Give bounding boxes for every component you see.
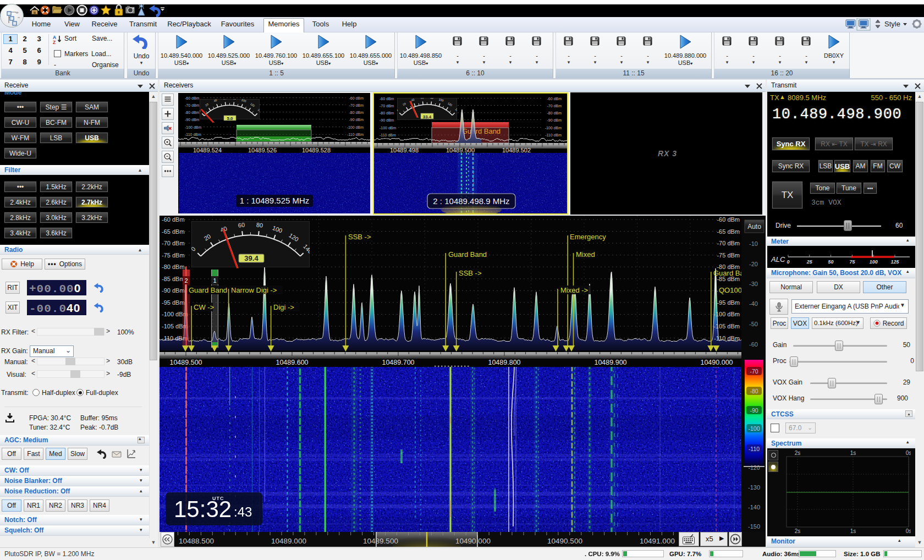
svg-text:60: 60: [238, 221, 245, 228]
svg-text:10489.500: 10489.500: [363, 537, 398, 545]
svg-text:-75 dBm: -75 dBm: [717, 252, 740, 259]
svg-text:25: 25: [806, 259, 813, 265]
svg-text:10490.000: 10490.000: [455, 537, 491, 545]
svg-text:Emergency: Emergency: [570, 233, 606, 241]
svg-text:-65 dBm: -65 dBm: [162, 228, 185, 235]
svg-text:-100 dBm: -100 dBm: [713, 311, 740, 317]
svg-text:0: 0: [787, 259, 789, 265]
svg-text:10489.500: 10489.500: [169, 359, 202, 366]
svg-text:-70: -70: [750, 368, 758, 375]
svg-text:10489.700: 10489.700: [382, 359, 414, 366]
svg-text:-110 dBm: -110 dBm: [347, 133, 364, 136]
svg-text:Guard Band: Guard Band: [189, 286, 227, 294]
svg-text:SSB ->: SSB ->: [348, 233, 371, 241]
svg-text:-60 dBm: -60 dBm: [717, 216, 740, 223]
svg-text:-90 dBm: -90 dBm: [185, 118, 200, 122]
svg-text:-70 dBm: -70 dBm: [349, 103, 364, 107]
svg-text:-90 dBm: -90 dBm: [349, 118, 364, 122]
svg-text:-90 dBm: -90 dBm: [380, 118, 394, 122]
svg-text:1s: 1s: [850, 450, 856, 456]
svg-text:-130: -130: [748, 484, 760, 491]
svg-text:-90: -90: [750, 407, 758, 414]
svg-text:-60 dBm: -60 dBm: [349, 96, 364, 100]
svg-text:-50: -50: [749, 321, 758, 327]
svg-text:10489.000: 10489.000: [271, 537, 306, 545]
svg-text:-110 dBm: -110 dBm: [714, 335, 740, 342]
svg-text:-60 dBm: -60 dBm: [185, 96, 200, 100]
svg-text:0s: 0s: [906, 450, 911, 456]
svg-text:10490.500: 10490.500: [547, 537, 582, 545]
svg-text:-110 dBm: -110 dBm: [185, 133, 201, 136]
svg-text:10488.500: 10488.500: [179, 537, 214, 545]
svg-text:10489.900: 10489.900: [594, 359, 626, 366]
svg-text:-80: -80: [750, 388, 758, 394]
svg-text:SSB ->: SSB ->: [459, 269, 482, 277]
svg-text:-40: -40: [749, 300, 758, 307]
svg-text::43: :43: [234, 504, 252, 519]
svg-text:-100 dBm: -100 dBm: [185, 125, 202, 129]
svg-text:-150: -150: [748, 523, 760, 530]
svg-text:-70 dBm: -70 dBm: [185, 103, 200, 107]
svg-text:-80 dBm: -80 dBm: [349, 111, 364, 114]
svg-text:-60: -60: [749, 341, 758, 348]
svg-text:-100 dBm: -100 dBm: [347, 125, 364, 129]
svg-text:-90 dBm: -90 dBm: [547, 118, 562, 122]
svg-text:-120: -120: [748, 464, 760, 471]
svg-text:75: 75: [849, 259, 855, 265]
svg-text:-60 dBm: -60 dBm: [162, 216, 185, 223]
svg-text:Narrow Digi ->: Narrow Digi ->: [231, 286, 277, 294]
svg-text:-20: -20: [749, 261, 758, 267]
svg-text:-100 dBm: -100 dBm: [380, 126, 397, 130]
svg-text:-60 dBm: -60 dBm: [547, 97, 562, 101]
svg-text:Auto: Auto: [747, 223, 761, 230]
svg-text:-65 dBm: -65 dBm: [717, 228, 740, 235]
svg-text:-70 dBm: -70 dBm: [547, 104, 562, 108]
svg-text:-30: -30: [749, 281, 758, 287]
svg-text:80: 80: [233, 96, 237, 100]
svg-text:2s: 2s: [795, 528, 801, 534]
svg-text:-110 dBm: -110 dBm: [545, 133, 562, 137]
svg-text:Style: Style: [884, 20, 900, 28]
svg-text:80: 80: [430, 96, 434, 100]
svg-text:-80 dBm: -80 dBm: [547, 111, 562, 115]
svg-text:10489.800: 10489.800: [488, 359, 520, 366]
svg-text:2s: 2s: [795, 450, 801, 456]
svg-text:Z: Z: [53, 40, 56, 45]
svg-text:-75 dBm: -75 dBm: [162, 252, 185, 259]
svg-text:1 : 10489.525 MHz: 1 : 10489.525 MHz: [240, 196, 310, 205]
svg-text:33.4: 33.4: [423, 114, 432, 119]
svg-text:QO100 U: QO100 U: [719, 286, 741, 294]
svg-text:Guard Ban: Guard Ban: [713, 269, 741, 277]
svg-text:60: 60: [223, 96, 227, 100]
svg-text:-70 dBm: -70 dBm: [162, 240, 185, 246]
svg-text:-85 dBm: -85 dBm: [162, 276, 185, 282]
svg-text:100: 100: [870, 259, 878, 265]
svg-text:-105 dBm: -105 dBm: [713, 323, 740, 330]
svg-text:10489.600: 10489.600: [276, 359, 308, 366]
svg-text:1s: 1s: [850, 528, 856, 534]
svg-text:-60 dBm: -60 dBm: [380, 97, 394, 101]
svg-text:-10: -10: [749, 240, 758, 247]
svg-text:5.0: 5.0: [227, 116, 233, 121]
svg-text:CW ->: CW ->: [194, 303, 214, 311]
svg-text:-95 dBm: -95 dBm: [162, 299, 185, 306]
svg-text:Guard Band: Guard Band: [462, 127, 501, 135]
svg-text:Mixed ->: Mixed ->: [560, 286, 588, 294]
svg-text:125: 125: [890, 259, 899, 265]
svg-text:UTC: UTC: [212, 496, 224, 501]
svg-text:2: 2: [184, 277, 188, 284]
svg-text:-90 dBm: -90 dBm: [162, 287, 185, 294]
svg-text:-80 dBm: -80 dBm: [162, 263, 185, 270]
svg-text:39.4: 39.4: [244, 254, 258, 262]
svg-text:Digi ->: Digi ->: [273, 303, 294, 311]
svg-text:-80 dBm: -80 dBm: [380, 111, 394, 115]
svg-text:10491.000: 10491.000: [640, 537, 675, 545]
svg-text:60: 60: [420, 96, 424, 100]
svg-text:-100: -100: [748, 425, 760, 432]
svg-text:-70 dBm: -70 dBm: [380, 104, 394, 108]
svg-text:-70 dBm: -70 dBm: [717, 240, 740, 246]
svg-text:1: 1: [213, 277, 216, 284]
svg-text:Guard Band: Guard Band: [448, 250, 487, 259]
svg-text:80: 80: [256, 221, 263, 228]
svg-text:-140: -140: [748, 504, 760, 510]
